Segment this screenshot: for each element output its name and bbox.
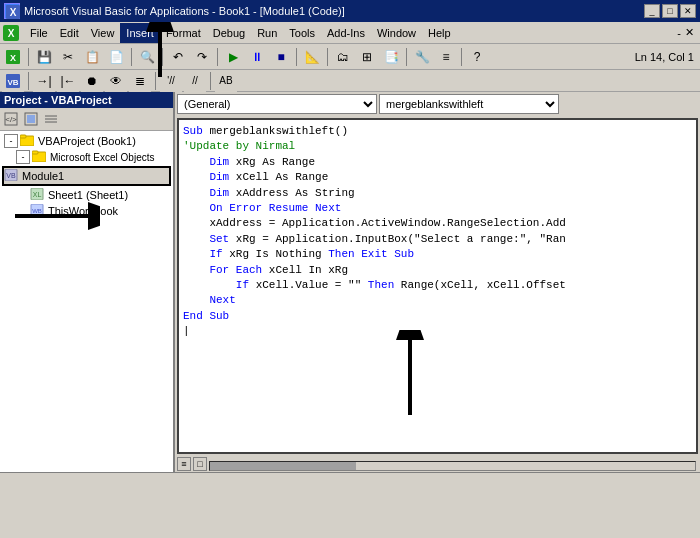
properties-btn[interactable]: ⊞	[356, 46, 378, 68]
main-layout: Project - VBAProject </> - VBAProject (B…	[0, 92, 700, 472]
code-line-4: Dim xCell As Range	[183, 170, 692, 185]
sep-7	[406, 48, 407, 66]
menu-insert[interactable]: Insert	[120, 23, 160, 43]
view-fullmodule-btn[interactable]: □	[193, 457, 207, 471]
sep-8	[461, 48, 462, 66]
complete-word-btn[interactable]: AB	[215, 70, 237, 92]
menu-run[interactable]: Run	[251, 23, 283, 43]
project-panel-title: Project - VBAProject	[0, 92, 173, 108]
code-bottom-bar: ≡ □	[175, 456, 700, 472]
menu-addins[interactable]: Add-Ins	[321, 23, 371, 43]
doc-close[interactable]: ✕	[685, 26, 694, 39]
horizontal-scrollbar[interactable]	[209, 461, 696, 471]
code-line-10: For Each xCell In xRg	[183, 263, 692, 278]
thisworkbook-label: ThisWorkbook	[48, 205, 118, 217]
vbaproject-icon	[20, 134, 36, 148]
copy-btn[interactable]: 📋	[81, 46, 103, 68]
cut-btn[interactable]: ✂	[57, 46, 79, 68]
code-line-2: 'Update by Nirmal	[183, 139, 692, 154]
menu-view[interactable]: View	[85, 23, 121, 43]
menu-format[interactable]: Format	[160, 23, 207, 43]
code-line-1: Sub mergeblankswithleft()	[183, 124, 692, 139]
paste-btn[interactable]: 📄	[105, 46, 127, 68]
comment-btn[interactable]: '//	[160, 70, 182, 92]
tree-module1[interactable]: VB Module1	[2, 166, 171, 186]
code-line-11: If xCell.Value = "" Then Range(xCell, xC…	[183, 278, 692, 293]
sheet1-label: Sheet1 (Sheet1)	[48, 189, 128, 201]
status-bar	[0, 472, 700, 492]
close-button[interactable]: ✕	[680, 4, 696, 18]
panel-view-code[interactable]: </>	[2, 110, 20, 128]
sep-2	[131, 48, 132, 66]
redo-btn[interactable]: ↷	[191, 46, 213, 68]
excel-icon-btn[interactable]: X	[2, 46, 24, 68]
window-controls: _ □ ✕	[644, 4, 696, 18]
reset-btn[interactable]: ■	[270, 46, 292, 68]
save-btn[interactable]: 💾	[33, 46, 55, 68]
menu-help[interactable]: Help	[422, 23, 457, 43]
run-btn[interactable]: ▶	[222, 46, 244, 68]
menu-debug[interactable]: Debug	[207, 23, 251, 43]
code-header: (General) mergeblankswithleft	[175, 92, 700, 116]
code-line-5: Dim xAddress As String	[183, 186, 692, 201]
svg-rect-11	[27, 115, 35, 123]
callstack-btn[interactable]: ≣	[129, 70, 151, 92]
app-menu-bar: X File Edit View Insert Format Debug Run…	[0, 22, 700, 44]
break-btn[interactable]: ⏸	[246, 46, 268, 68]
menu-file[interactable]: File	[24, 23, 54, 43]
outdent-btn[interactable]: |←	[57, 70, 79, 92]
panel-toggle-folders[interactable]	[42, 110, 60, 128]
find-btn[interactable]: 🔍	[136, 46, 158, 68]
module1-icon: VB	[4, 169, 20, 183]
sep-6	[327, 48, 328, 66]
toolbar-row-1: X 💾 ✂ 📋 📄 🔍 ↶ ↷ ▶ ⏸ ■ 📐 🗂 ⊞ 📑 🔧 ≡ ? Ln 1…	[0, 44, 700, 70]
sep-3	[162, 48, 163, 66]
tree-vbaproject[interactable]: - VBAProject (Book1)	[2, 133, 171, 149]
thisworkbook-icon: WB	[30, 204, 46, 218]
watch-btn[interactable]: 👁	[105, 70, 127, 92]
maximize-button[interactable]: □	[662, 4, 678, 18]
panel-view-object[interactable]	[22, 110, 40, 128]
objectbrowser-btn[interactable]: 📑	[380, 46, 402, 68]
sep-1	[28, 48, 29, 66]
excel-objects-icon	[32, 150, 48, 164]
code-area[interactable]: Sub mergeblankswithleft() 'Update by Nir…	[177, 118, 698, 454]
svg-text:VB: VB	[6, 172, 16, 179]
procedure-dropdown[interactable]: mergeblankswithleft	[379, 94, 559, 114]
breakpoint-btn[interactable]: ⏺	[81, 70, 103, 92]
panel-toolbar: </>	[0, 108, 173, 131]
tree-excel-objects[interactable]: - Microsoft Excel Objects	[16, 149, 171, 165]
code-line-next: Next	[183, 293, 692, 308]
window-title: Microsoft Visual Basic for Applications …	[24, 5, 345, 17]
code-panel: (General) mergeblankswithleft Sub mergeb…	[175, 92, 700, 472]
tree-sheet1[interactable]: XL Sheet1 (Sheet1)	[30, 187, 171, 203]
help-btn[interactable]: ?	[466, 46, 488, 68]
menu-window[interactable]: Window	[371, 23, 422, 43]
doc-minimize[interactable]: -	[677, 27, 681, 39]
expand-vbaproject[interactable]: -	[4, 134, 18, 148]
title-bar: X Microsoft Visual Basic for Application…	[0, 0, 700, 22]
vbaproject-label: VBAProject (Book1)	[38, 135, 136, 147]
project-btn[interactable]: 🗂	[332, 46, 354, 68]
uncomment-btn[interactable]: //	[184, 70, 206, 92]
design-mode-btn[interactable]: 📐	[301, 46, 323, 68]
sheet1-icon: XL	[30, 188, 46, 202]
project-tree[interactable]: - VBAProject (Book1) - Microsoft Excel O…	[0, 131, 173, 472]
general-dropdown[interactable]: (General)	[177, 94, 377, 114]
view-procedures-btn[interactable]: ≡	[177, 457, 191, 471]
code-line-8: Set xRg = Application.InputBox("Select a…	[183, 232, 692, 247]
tree-thisworkbook[interactable]: WB ThisWorkbook	[30, 203, 171, 219]
undo-btn[interactable]: ↶	[167, 46, 189, 68]
toolbar-row-2: VB →| |← ⏺ 👁 ≣ '// // AB	[0, 70, 700, 92]
menu-tools[interactable]: Tools	[283, 23, 321, 43]
toolbox-btn[interactable]: 🔧	[411, 46, 433, 68]
vba-icon[interactable]: VB	[2, 70, 24, 92]
sep-t2-3	[210, 72, 211, 90]
expand-excel-objects[interactable]: -	[16, 150, 30, 164]
indent-btn[interactable]: →|	[33, 70, 55, 92]
minimize-button[interactable]: _	[644, 4, 660, 18]
excel-objects-label: Microsoft Excel Objects	[50, 152, 154, 163]
module1-label: Module1	[22, 170, 64, 182]
taborder-btn[interactable]: ≡	[435, 46, 457, 68]
menu-edit[interactable]: Edit	[54, 23, 85, 43]
